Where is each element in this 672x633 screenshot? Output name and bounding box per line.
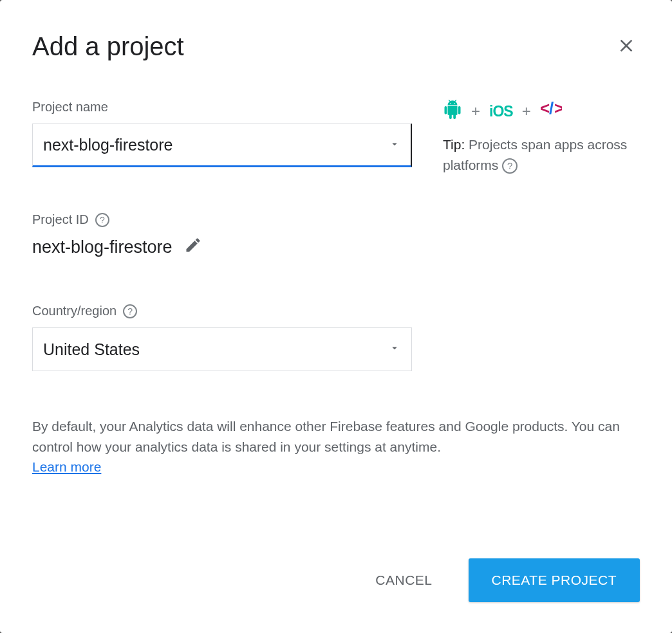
project-id-help-icon[interactable]: ?	[95, 213, 109, 227]
dialog-actions: CANCEL CREATE PROJECT	[365, 558, 640, 602]
web-code-icon: < / >	[540, 101, 562, 122]
close-button[interactable]	[616, 35, 637, 60]
dialog-title: Add a project	[32, 32, 640, 61]
learn-more-link[interactable]: Learn more	[32, 459, 101, 474]
svg-text:/: /	[549, 101, 554, 118]
cancel-button[interactable]: CANCEL	[365, 565, 442, 596]
country-label: Country/region ?	[32, 304, 640, 318]
project-name-input[interactable]	[32, 124, 412, 167]
tip-label: Tip:	[443, 137, 465, 152]
android-icon	[443, 100, 462, 123]
plus-separator: +	[522, 102, 531, 120]
project-name-label: Project name	[32, 100, 412, 115]
tip-text: Tip: Projects span apps across platforms…	[443, 134, 640, 175]
project-id-field-group: Project ID ? next-blog-firestore	[32, 212, 640, 259]
country-help-icon[interactable]: ?	[123, 304, 137, 318]
platform-icons: + iOS + < / >	[443, 100, 640, 123]
country-field-group: Country/region ? United States	[32, 304, 640, 371]
project-id-label: Project ID ?	[32, 212, 640, 227]
plus-separator: +	[471, 102, 480, 120]
tip-section: + iOS + < / > Tip: Projects span apps ac…	[443, 100, 640, 175]
project-name-field-group: Project name	[32, 100, 412, 167]
tip-body: Projects span apps across platforms	[443, 137, 627, 172]
ios-icon: iOS	[489, 103, 513, 120]
svg-text:<: <	[540, 101, 550, 118]
create-project-button[interactable]: CREATE PROJECT	[469, 558, 640, 602]
country-value: United States	[43, 340, 140, 359]
add-project-dialog: Add a project Project name	[0, 0, 672, 633]
project-id-value-row: next-blog-firestore	[32, 236, 640, 259]
analytics-disclaimer: By default, your Analytics data will enh…	[32, 416, 640, 477]
project-id-value: next-blog-firestore	[32, 237, 173, 257]
disclaimer-text: By default, your Analytics data will enh…	[32, 419, 620, 454]
close-icon	[616, 35, 637, 56]
svg-text:>: >	[554, 101, 562, 118]
tip-help-icon[interactable]: ?	[502, 158, 518, 174]
edit-icon[interactable]	[184, 236, 202, 259]
country-select[interactable]: United States	[32, 327, 412, 371]
